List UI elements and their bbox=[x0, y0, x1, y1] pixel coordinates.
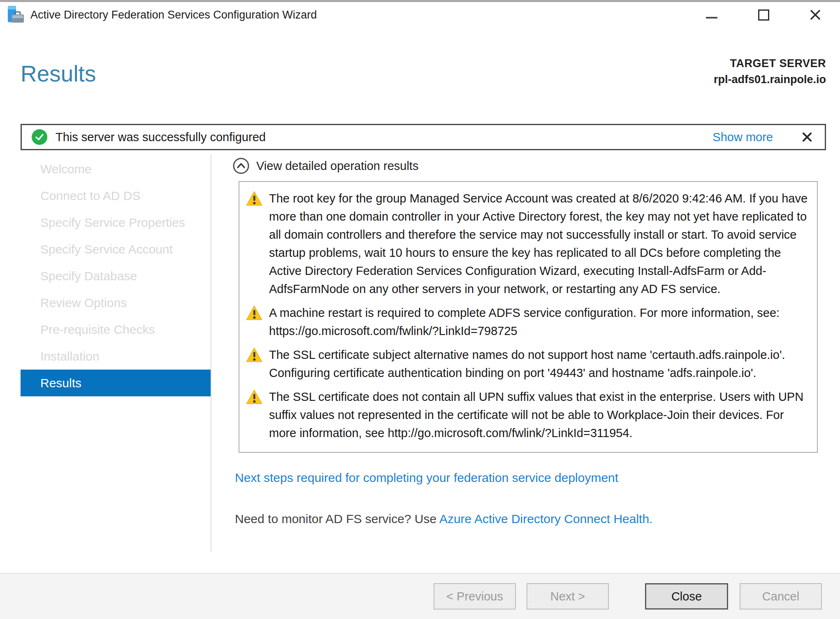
warning-text: The SSL certificate does not contain all… bbox=[269, 388, 808, 442]
banner-close-button[interactable] bbox=[800, 130, 814, 144]
wizard-window: Active Directory Federation Services Con… bbox=[0, 0, 840, 619]
chevron-up-icon bbox=[232, 157, 250, 175]
sidebar-item-pre-requisite-checks: Pre-requisite Checks bbox=[21, 316, 211, 343]
window-controls bbox=[672, 4, 833, 26]
title-bar: Active Directory Federation Services Con… bbox=[0, 2, 840, 28]
close-icon bbox=[802, 132, 812, 142]
detailed-results-expander[interactable]: View detailed operation results bbox=[232, 157, 826, 175]
target-server-value: rpl-adfs01.rainpole.io bbox=[714, 73, 826, 86]
monitor-line: Need to monitor AD FS service? Use Azure… bbox=[235, 512, 826, 526]
warning-text: A machine restart is required to complet… bbox=[269, 304, 808, 340]
wizard-steps-sidebar: Welcome Connect to AD DS Specify Service… bbox=[21, 156, 211, 396]
target-server-label: TARGET SERVER bbox=[714, 57, 826, 70]
results-panel: View detailed operation results The root… bbox=[232, 152, 826, 526]
maximize-icon bbox=[758, 9, 769, 21]
close-button[interactable]: Close bbox=[645, 583, 728, 610]
sidebar-item-results[interactable]: Results bbox=[21, 370, 211, 396]
adfs-wizard-app-icon bbox=[7, 5, 25, 24]
warning-triangle-icon bbox=[246, 191, 262, 206]
wizard-content: Welcome Connect to AD DS Specify Service… bbox=[0, 152, 840, 572]
warning-triangle-icon bbox=[246, 305, 262, 320]
close-button[interactable] bbox=[803, 4, 828, 26]
monitor-prefix-text: Need to monitor AD FS service? Use bbox=[235, 512, 439, 526]
sidebar-item-welcome: Welcome bbox=[21, 156, 211, 182]
warning-item-ssl-san: The SSL certificate subject alternative … bbox=[246, 346, 808, 382]
window-title: Active Directory Federation Services Con… bbox=[30, 9, 317, 21]
previous-button[interactable]: < Previous bbox=[434, 583, 516, 610]
sidebar-item-installation: Installation bbox=[21, 343, 211, 370]
warning-text: The root key for the group Managed Servi… bbox=[269, 189, 808, 298]
maximize-button[interactable] bbox=[751, 4, 776, 26]
warning-item-machine-restart: A machine restart is required to complet… bbox=[246, 304, 808, 340]
next-steps-link[interactable]: Next steps required for completing your … bbox=[235, 471, 618, 485]
expander-label: View detailed operation results bbox=[256, 159, 418, 173]
sidebar-divider bbox=[211, 154, 211, 552]
sidebar-item-specify-service-account: Specify Service Account bbox=[21, 236, 211, 263]
target-server-block: TARGET SERVER rpl-adfs01.rainpole.io bbox=[714, 57, 826, 86]
warning-item-upn-suffix: The SSL certificate does not contain all… bbox=[246, 388, 808, 442]
cancel-button[interactable]: Cancel bbox=[740, 583, 822, 610]
banner-message: This server was successfully configured bbox=[56, 130, 266, 144]
success-banner: This server was successfully configured … bbox=[21, 124, 826, 150]
azure-ad-connect-health-link[interactable]: Azure Active Directory Connect Health. bbox=[439, 512, 653, 526]
sidebar-item-connect-to-ad-ds: Connect to AD DS bbox=[21, 182, 211, 209]
footer-button-bar: < Previous Next > Close Cancel bbox=[0, 573, 840, 619]
sidebar-item-specify-database: Specify Database bbox=[21, 263, 211, 289]
warning-text: The SSL certificate subject alternative … bbox=[269, 346, 808, 382]
sidebar-item-review-options: Review Options bbox=[21, 289, 211, 316]
close-icon bbox=[809, 8, 822, 21]
warning-item-root-key: The root key for the group Managed Servi… bbox=[246, 189, 808, 298]
operation-results-box: The root key for the group Managed Servi… bbox=[239, 181, 818, 453]
minimize-button[interactable] bbox=[699, 4, 724, 26]
show-more-link[interactable]: Show more bbox=[712, 130, 773, 144]
sidebar-item-specify-service-properties: Specify Service Properties bbox=[21, 209, 211, 236]
warning-triangle-icon bbox=[246, 347, 262, 362]
banner-actions: Show more bbox=[712, 130, 814, 144]
success-check-icon bbox=[32, 129, 47, 145]
page-title: Results bbox=[21, 61, 96, 87]
warning-triangle-icon bbox=[246, 389, 262, 404]
minimize-icon bbox=[706, 17, 717, 19]
next-button[interactable]: Next > bbox=[527, 583, 609, 610]
